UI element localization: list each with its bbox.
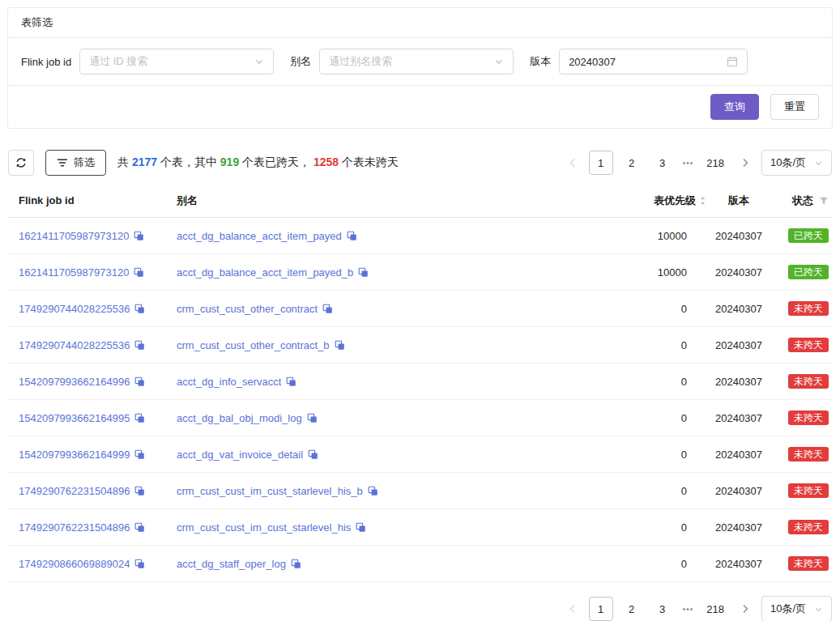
alias-link[interactable]: acct_dg_bal_obj_modi_log: [177, 412, 302, 424]
flink-job-id-link[interactable]: 1749290866069889024: [19, 558, 130, 570]
status-cell: 已跨天: [771, 228, 832, 243]
copy-icon[interactable]: [356, 522, 366, 533]
next-page-button[interactable]: [736, 150, 755, 176]
page-button-3[interactable]: 3: [650, 151, 675, 175]
flink-job-id-link[interactable]: 1749290762231504896: [19, 521, 130, 534]
version-value: 20240307: [706, 485, 771, 497]
query-button[interactable]: 查询: [710, 94, 759, 120]
alias-link[interactable]: acct_dg_info_servacct: [177, 376, 281, 388]
table-row: 1749290744028225536 crm_cust_cust_other_…: [8, 327, 832, 364]
page-size-select[interactable]: 10条/页: [761, 150, 832, 176]
header-priority: 表优先级: [532, 194, 706, 208]
priority-value: 0: [532, 558, 706, 570]
alias-link[interactable]: acct_dg_vat_invoice_detail: [177, 449, 303, 461]
next-page-button[interactable]: [736, 596, 755, 621]
alias-placeholder: 通过别名搜索: [329, 54, 392, 69]
flink-job-id-link[interactable]: 1749290744028225536: [19, 339, 130, 351]
pagination-top: 1 2 3 ••• 218 10条/页: [563, 150, 832, 176]
flink-job-id-cell: 1621411705987973120: [8, 230, 177, 242]
copy-icon[interactable]: [134, 522, 145, 533]
alias-link[interactable]: acct_dg_balance_acct_item_payed_b: [177, 266, 353, 279]
alias-select[interactable]: 通过别名搜索: [319, 49, 514, 74]
alias-cell: acct_dg_staff_oper_log: [177, 558, 532, 570]
version-date-input[interactable]: 20240307: [559, 49, 748, 74]
table-row: 1749290744028225536 crm_cust_cust_other_…: [8, 291, 832, 327]
footer: 1 2 3 ••• 218 10条/页: [8, 596, 832, 621]
copy-icon[interactable]: [134, 340, 145, 351]
page-button-last[interactable]: 218: [701, 597, 729, 621]
copy-icon[interactable]: [134, 304, 145, 314]
flink-job-id-select[interactable]: 通过 ID 搜索: [79, 49, 274, 74]
copy-icon[interactable]: [134, 267, 144, 278]
copy-icon[interactable]: [368, 486, 378, 496]
page-button-last[interactable]: 218: [701, 151, 729, 175]
header-status: 状态: [771, 194, 832, 208]
table-body: 1621411705987973120 acct_dg_balance_acct…: [8, 218, 832, 582]
status-cell: 未跨天: [771, 374, 832, 389]
status-cell: 未跨天: [771, 447, 832, 461]
sort-icon[interactable]: [699, 195, 706, 206]
copy-icon[interactable]: [308, 449, 318, 460]
page-button-1[interactable]: 1: [589, 597, 613, 621]
version-value: 20240307: [706, 230, 771, 242]
filter-funnel-icon[interactable]: [819, 196, 829, 206]
flink-job-id-cell: 1542097993662164996: [8, 376, 177, 388]
copy-icon[interactable]: [291, 559, 301, 569]
refresh-button[interactable]: [8, 150, 34, 176]
flink-job-id-cell: 1749290744028225536: [8, 339, 177, 351]
copy-icon[interactable]: [335, 340, 345, 351]
copy-icon[interactable]: [134, 231, 144, 241]
flink-job-id-link[interactable]: 1749290762231504896: [19, 485, 130, 497]
copy-icon[interactable]: [322, 304, 333, 314]
prev-page-button[interactable]: [563, 150, 582, 176]
flink-job-id-link[interactable]: 1621411705987973120: [19, 266, 129, 279]
filter-toggle-button[interactable]: 筛选: [45, 150, 106, 176]
copy-icon[interactable]: [134, 449, 145, 460]
page-button-1[interactable]: 1: [589, 151, 613, 175]
alias-link[interactable]: crm_cust_cust_im_cust_starlevel_his_b: [177, 485, 363, 497]
copy-icon[interactable]: [134, 376, 145, 387]
page-button-2[interactable]: 2: [620, 151, 644, 175]
copy-icon[interactable]: [347, 231, 357, 241]
flink-job-id-cell: 1542097993662164999: [8, 449, 177, 461]
alias-cell: acct_dg_bal_obj_modi_log: [177, 412, 532, 424]
alias-link[interactable]: crm_cust_cust_other_contract: [177, 303, 318, 315]
flink-job-id-link[interactable]: 1542097993662164996: [19, 376, 130, 388]
priority-value: 0: [532, 303, 706, 315]
flink-job-id-link[interactable]: 1542097993662164999: [19, 449, 130, 461]
copy-icon[interactable]: [134, 486, 145, 496]
pagination-ellipsis[interactable]: •••: [681, 605, 696, 614]
version-value: 20240307: [706, 521, 771, 534]
copy-icon[interactable]: [307, 413, 318, 423]
copy-icon[interactable]: [134, 559, 145, 569]
prev-page-button[interactable]: [563, 596, 582, 621]
refresh-icon: [15, 157, 27, 168]
alias-link[interactable]: acct_dg_balance_acct_item_payed: [177, 230, 342, 242]
page-size-value: 10条/页: [770, 155, 806, 170]
flink-job-id-cell: 1749290744028225536: [8, 303, 177, 315]
reset-button[interactable]: 重置: [770, 94, 819, 120]
flink-job-id-link[interactable]: 1542097993662164995: [19, 412, 130, 424]
page-size-select[interactable]: 10条/页: [761, 596, 832, 621]
copy-icon[interactable]: [358, 267, 369, 278]
tables-table: Flink job id 别名 表优先级 版本 状态 1621411705987…: [8, 184, 832, 582]
status-badge: 未跨天: [788, 410, 829, 425]
pagination-ellipsis[interactable]: •••: [681, 159, 696, 168]
alias-link[interactable]: crm_cust_cust_other_contract_b: [177, 339, 330, 351]
page-button-3[interactable]: 3: [650, 597, 675, 621]
filter-card: 表筛选 Flink job id 通过 ID 搜索 别名 通过别名搜索 版本 2…: [7, 7, 833, 129]
table-row: 1749290762231504896 crm_cust_cust_im_cus…: [8, 509, 832, 546]
alias-link[interactable]: crm_cust_cust_im_cust_starlevel_his: [177, 521, 351, 534]
filter-row: Flink job id 通过 ID 搜索 别名 通过别名搜索 版本 20240…: [8, 38, 832, 86]
flink-job-id-link[interactable]: 1749290744028225536: [19, 303, 130, 315]
copy-icon[interactable]: [286, 376, 296, 387]
table-summary: 共 2177 个表，其中 919 个表已跨天， 1258 个表未跨天: [117, 155, 399, 170]
flink-job-id-link[interactable]: 1621411705987973120: [19, 230, 129, 242]
crossed-count: 919: [220, 155, 239, 168]
copy-icon[interactable]: [134, 413, 145, 423]
alias-link[interactable]: acct_dg_staff_oper_log: [177, 558, 286, 570]
status-badge: 未跨天: [788, 374, 829, 389]
page-button-2[interactable]: 2: [620, 597, 644, 621]
status-badge: 未跨天: [788, 556, 829, 571]
priority-value: 10000: [532, 266, 706, 279]
